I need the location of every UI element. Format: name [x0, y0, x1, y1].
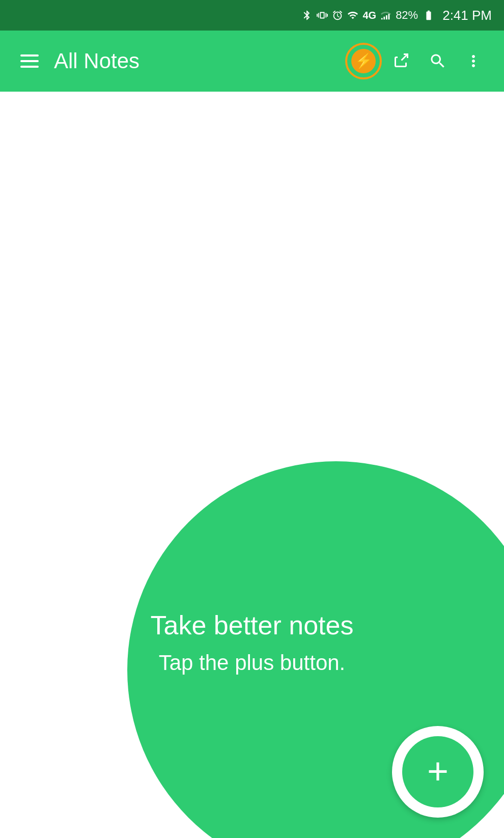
bluetooth-icon — [301, 10, 313, 21]
battery-icon — [422, 10, 435, 21]
status-bar: 4G 82% 2:41 PM — [0, 0, 504, 31]
share-icon — [393, 52, 411, 70]
alarm-icon — [332, 10, 343, 21]
menu-button[interactable] — [15, 49, 44, 73]
add-note-fab[interactable]: + — [392, 726, 484, 818]
search-icon — [429, 52, 447, 70]
app-title: All Notes — [54, 49, 345, 73]
empty-state-subtitle: Tap the plus button. — [151, 651, 354, 675]
vibrate-icon — [317, 10, 328, 21]
signal-icon — [380, 10, 391, 21]
app-bar: All Notes ⚡ — [0, 31, 504, 92]
network-type: 4G — [362, 10, 376, 21]
main-content: Take better notes Tap the plus button. + — [0, 92, 504, 838]
bolt-inner: ⚡ — [351, 49, 376, 73]
empty-state-text: Take better notes Tap the plus button. — [151, 610, 354, 675]
svg-rect-3 — [388, 14, 390, 19]
status-time: 2:41 PM — [442, 8, 492, 23]
search-button[interactable] — [423, 46, 453, 76]
app-bar-actions: ⚡ — [345, 43, 489, 79]
empty-state-title: Take better notes — [151, 610, 354, 640]
more-options-icon — [464, 52, 483, 70]
network-icon — [347, 10, 358, 21]
fab-plus-icon: + — [427, 752, 449, 789]
fab-inner: + — [402, 736, 473, 807]
status-icons: 4G 82% 2:41 PM — [301, 8, 492, 23]
share-button[interactable] — [387, 46, 417, 76]
svg-rect-0 — [381, 18, 383, 20]
bolt-icon: ⚡ — [355, 54, 373, 68]
svg-rect-2 — [386, 15, 387, 19]
svg-rect-1 — [384, 17, 385, 20]
more-options-button[interactable] — [458, 46, 489, 76]
battery-percentage: 82% — [396, 9, 418, 22]
quick-note-button[interactable]: ⚡ — [345, 43, 382, 79]
